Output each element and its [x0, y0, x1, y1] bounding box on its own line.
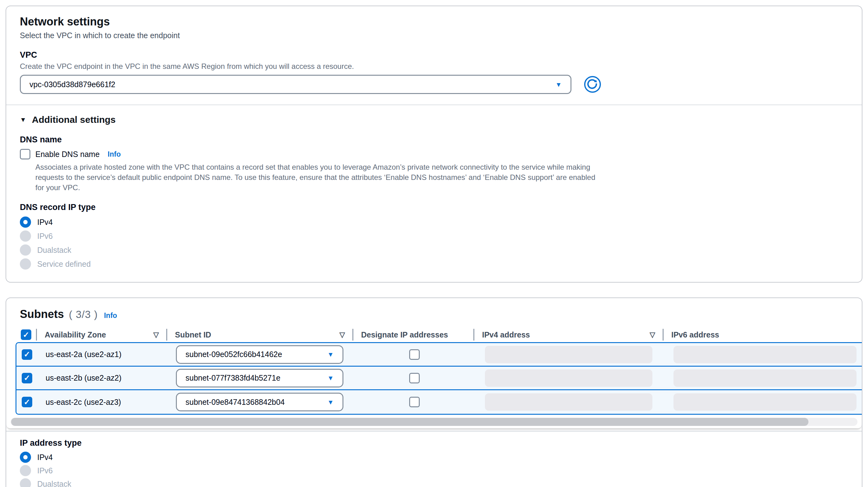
availability-zone-cell: us-east-2b (use2-az2): [37, 373, 168, 383]
enable-dns-row: Enable DNS name Info: [20, 149, 848, 159]
subnet-select[interactable]: subnet-09e84741368842b04 ▼: [176, 393, 343, 411]
ipv4-address-cell: [475, 346, 664, 363]
radio-ipv6-label: IPv6: [37, 232, 53, 241]
radio-ipv4[interactable]: [20, 216, 31, 228]
ipv4-address-cell: [475, 369, 664, 387]
radio-ipv4[interactable]: [20, 452, 31, 463]
radio-row-ipv4: IPv4: [20, 452, 848, 463]
column-header-ipv6-address: IPv6 address: [663, 327, 862, 342]
dns-description: Associates a private hosted zone with th…: [35, 162, 597, 193]
subnet-select-value: subnet-09e84741368842b04: [186, 398, 285, 407]
ipv4-address-input: [485, 369, 652, 387]
additional-settings-title: Additional settings: [32, 115, 116, 125]
scrollbar-thumb[interactable]: [11, 418, 808, 426]
network-settings-title: Network settings: [20, 15, 848, 29]
check-icon: ✓: [24, 398, 30, 406]
subnets-header: Subnets ( 3/3 ) Info: [6, 298, 862, 327]
availability-zone-cell: us-east-2a (use2-az1): [37, 350, 168, 359]
radio-dualstack-label: Dualstack: [37, 480, 71, 487]
page: Network settings Select the VPC in which…: [0, 6, 868, 487]
subnets-count: ( 3/3 ): [69, 309, 98, 321]
row-checkbox[interactable]: ✓: [22, 397, 32, 407]
subnet-id-cell: subnet-09e052fc66b41462e ▼: [168, 345, 354, 364]
table-row: ✓ us-east-2b (use2-az2) subnet-077f7383f…: [17, 367, 862, 390]
designate-ip-cell: [354, 373, 475, 384]
enable-dns-label: Enable DNS name: [35, 150, 100, 159]
enable-dns-checkbox[interactable]: [20, 149, 30, 159]
radio-dualstack: [20, 244, 31, 255]
vpc-label: VPC: [20, 50, 848, 60]
filter-icon[interactable]: ▽: [650, 331, 655, 339]
radio-dualstack: [20, 478, 31, 487]
column-header-availability-zone: Availability Zone ▽: [37, 327, 167, 342]
chevron-down-icon: ▼: [555, 81, 562, 88]
subnets-info-link[interactable]: Info: [104, 311, 117, 320]
column-header-ipv4-address: IPv4 address ▽: [474, 327, 663, 342]
filter-icon[interactable]: ▽: [339, 331, 345, 339]
additional-settings-expander[interactable]: ▼ Additional settings: [20, 115, 848, 125]
radio-row-dualstack: Dualstack: [20, 478, 848, 487]
ipv4-address-input: [485, 393, 652, 411]
radio-ipv4-label: IPv4: [37, 453, 53, 462]
vpc-select-value: vpc-0305d38d879e661f2: [29, 80, 115, 89]
availability-zone-cell: us-east-2c (use2-az3): [37, 398, 168, 407]
row-checkbox[interactable]: ✓: [22, 349, 32, 360]
dns-name-label: DNS name: [20, 135, 848, 145]
ipv6-address-cell: [664, 346, 862, 363]
table-row: ✓ us-east-2a (use2-az1) subnet-09e052fc6…: [17, 343, 862, 367]
designate-ip-checkbox[interactable]: [409, 349, 420, 360]
subnets-table: ✓ Availability Zone ▽ Subnet ID ▽ Design…: [6, 327, 862, 428]
radio-row-ipv6: IPv6: [20, 465, 848, 476]
row-checkbox-cell: ✓: [17, 349, 37, 360]
vpc-select-row: vpc-0305d38d879e661f2 ▼: [20, 75, 848, 94]
check-icon: ✓: [24, 374, 30, 382]
check-icon: ✓: [23, 331, 29, 339]
designate-ip-cell: [354, 349, 475, 360]
radio-service-defined: [20, 258, 31, 270]
row-checkbox[interactable]: ✓: [22, 373, 32, 384]
refresh-button[interactable]: [584, 76, 601, 93]
subnet-select-value: subnet-09e052fc66b41462e: [186, 350, 282, 359]
ip-address-type-label: IP address type: [20, 438, 848, 448]
chevron-down-icon: ▼: [327, 375, 334, 381]
filter-icon[interactable]: ▽: [153, 331, 159, 339]
expander-caret-icon: ▼: [20, 116, 26, 123]
network-settings-description: Select the VPC in which to create the en…: [20, 30, 848, 40]
subnet-select[interactable]: subnet-077f7383fd4b5271e ▼: [176, 369, 343, 388]
dns-record-ip-type-group: IPv4 IPv6 Dualstack Service defined: [20, 216, 848, 270]
section-divider: [6, 104, 862, 105]
table-header-row: ✓ Availability Zone ▽ Subnet ID ▽ Design…: [16, 327, 862, 342]
chevron-down-icon: ▼: [327, 351, 334, 358]
dns-info-link[interactable]: Info: [107, 150, 121, 158]
radio-ipv6-label: IPv6: [37, 466, 53, 475]
column-header-subnet-id: Subnet ID ▽: [167, 327, 353, 342]
radio-service-defined-label: Service defined: [37, 260, 91, 269]
table-horizontal-scrollbar[interactable]: [10, 418, 858, 426]
radio-row-ipv6: IPv6: [20, 231, 848, 242]
dns-record-ip-type-label: DNS record IP type: [20, 203, 848, 212]
ipv6-address-input: [674, 393, 857, 411]
chevron-down-icon: ▼: [327, 399, 334, 405]
subnet-select[interactable]: subnet-09e052fc66b41462e ▼: [176, 345, 343, 364]
radio-ipv6: [20, 231, 31, 242]
refresh-icon: [584, 89, 601, 94]
network-settings-content: Network settings Select the VPC in which…: [6, 6, 862, 282]
radio-ipv6: [20, 465, 31, 476]
designate-ip-checkbox[interactable]: [409, 397, 420, 407]
table-body: ✓ us-east-2a (use2-az1) subnet-09e052fc6…: [16, 342, 862, 415]
radio-row-service-defined: Service defined: [20, 258, 848, 270]
ipv6-address-input: [674, 346, 857, 363]
select-all-checkbox[interactable]: ✓: [21, 329, 31, 340]
designate-ip-checkbox[interactable]: [409, 373, 420, 384]
ip-address-type-group: IPv4 IPv6 Dualstack: [20, 452, 848, 487]
select-all-cell: ✓: [16, 327, 37, 342]
ip-address-type-section: IP address type IPv4 IPv6 Dualstack: [6, 431, 862, 487]
ipv4-address-input: [485, 346, 652, 363]
vpc-description: Create the VPC endpoint in the VPC in th…: [20, 62, 848, 71]
vpc-select[interactable]: vpc-0305d38d879e661f2 ▼: [20, 75, 571, 94]
subnet-id-cell: subnet-077f7383fd4b5271e ▼: [168, 369, 354, 388]
column-header-designate-ip: Designate IP addresses: [353, 327, 474, 342]
subnets-card: Subnets ( 3/3 ) Info ✓ Availability Zone…: [6, 298, 862, 487]
radio-row-ipv4: IPv4: [20, 216, 848, 228]
subnet-select-value: subnet-077f7383fd4b5271e: [186, 373, 280, 383]
